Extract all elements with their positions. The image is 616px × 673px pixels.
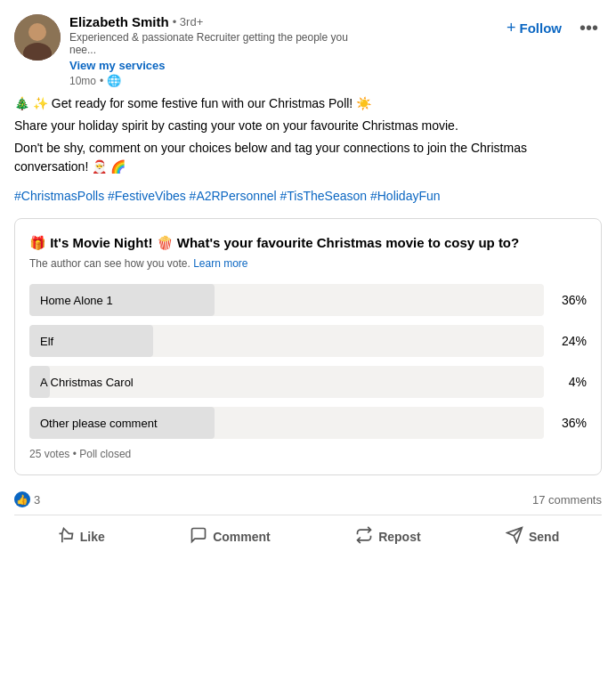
poll-option-label: Home Alone 1 (40, 294, 113, 307)
poll-bar-wrap: A Christmas Carol (29, 366, 544, 398)
view-services-link[interactable]: View my services (69, 59, 372, 72)
more-options-button[interactable]: ••• (576, 14, 602, 42)
poll-bar-bg: A Christmas Carol (29, 366, 544, 398)
action-bar: Like Comment Repost Send (14, 515, 602, 557)
post-time: 10mo • 🌐 (69, 74, 372, 87)
poll-option-pct: 4% (555, 375, 587, 389)
send-label: Send (529, 530, 559, 544)
like-label: Like (80, 530, 105, 544)
repost-label: Repost (378, 530, 420, 544)
follow-button[interactable]: + Follow (499, 15, 569, 41)
globe-icon: 🌐 (107, 74, 121, 87)
post-text-line2: Share your holiday spirit by casting you… (14, 117, 602, 135)
poll-bar-bg: Elf (29, 325, 544, 357)
separator: • (100, 75, 103, 87)
avatar[interactable] (14, 14, 61, 61)
poll-bar-wrap: Elf (29, 325, 544, 357)
reactions-left: 👍 3 (14, 491, 40, 507)
learn-more-link[interactable]: Learn more (193, 257, 247, 270)
like-icon (57, 526, 75, 547)
more-icon: ••• (580, 18, 598, 37)
poll-option-pct: 36% (555, 293, 587, 307)
header-right: + Follow ••• (499, 14, 602, 42)
poll-option-pct: 36% (555, 416, 587, 430)
post-content: 🎄 ✨ Get ready for some festive fun with … (14, 94, 602, 176)
reaction-count: 3 (34, 493, 40, 507)
poll-footer: 25 votes • Poll closed (29, 448, 587, 460)
poll-options: Home Alone 1 36% Elf 24% A Christmas Car… (29, 284, 587, 439)
comment-label: Comment (213, 530, 271, 544)
poll-bar-wrap: Other please comment (29, 407, 544, 439)
avatar-image (14, 14, 61, 61)
post-text-line3: Don't be shy, comment on your choices be… (14, 139, 602, 176)
like-icon-glyph: 👍 (16, 494, 28, 506)
poll-option-label: A Christmas Carol (40, 376, 134, 389)
user-info: Elizabeth Smith • 3rd+ Experienced & pas… (69, 14, 372, 87)
user-name-line: Elizabeth Smith • 3rd+ (69, 14, 372, 29)
poll-option-label: Elf (40, 335, 53, 348)
hashtags[interactable]: #ChristmasPolls #FestiveVibes #A2RPerson… (14, 187, 602, 206)
send-button[interactable]: Send (495, 519, 570, 554)
poll-option[interactable]: Home Alone 1 36% (29, 284, 587, 316)
poll-option-pct: 24% (555, 334, 587, 348)
reactions-row: 👍 3 17 comments (14, 484, 602, 515)
post-container: Elizabeth Smith • 3rd+ Experienced & pas… (0, 0, 616, 557)
send-icon (506, 526, 523, 547)
post-header: Elizabeth Smith • 3rd+ Experienced & pas… (14, 14, 602, 87)
comment-icon (190, 526, 207, 547)
poll-option[interactable]: A Christmas Carol 4% (29, 366, 587, 398)
repost-icon (355, 526, 373, 547)
user-bio: Experienced & passionate Recruiter getti… (69, 31, 372, 56)
like-button[interactable]: Like (46, 519, 116, 554)
poll-option[interactable]: Elf 24% (29, 325, 587, 357)
comment-button[interactable]: Comment (179, 519, 281, 554)
degree-badge: • 3rd+ (173, 15, 204, 28)
follow-plus-icon: + (507, 19, 516, 37)
poll-option-label: Other please comment (40, 417, 158, 430)
svg-point-1 (28, 23, 46, 41)
poll-bar-bg: Other please comment (29, 407, 544, 439)
poll-title: 🎁 It's Movie Night! 🍿 What's your favour… (29, 233, 587, 252)
poll-bar-bg: Home Alone 1 (29, 284, 544, 316)
like-reaction-icon: 👍 (14, 491, 30, 507)
time-label: 10mo (69, 75, 96, 87)
post-text-line1: 🎄 ✨ Get ready for some festive fun with … (14, 94, 602, 113)
poll-bar-wrap: Home Alone 1 (29, 284, 544, 316)
poll-note-text: The author can see how you vote. (29, 257, 190, 270)
poll-option[interactable]: Other please comment 36% (29, 407, 587, 439)
comments-count[interactable]: 17 comments (532, 493, 602, 507)
poll-card: 🎁 It's Movie Night! 🍿 What's your favour… (14, 218, 602, 475)
poll-note: The author can see how you vote. Learn m… (29, 257, 587, 270)
follow-label: Follow (519, 20, 562, 36)
header-left: Elizabeth Smith • 3rd+ Experienced & pas… (14, 14, 372, 87)
repost-button[interactable]: Repost (344, 519, 431, 554)
user-name: Elizabeth Smith (69, 14, 169, 29)
